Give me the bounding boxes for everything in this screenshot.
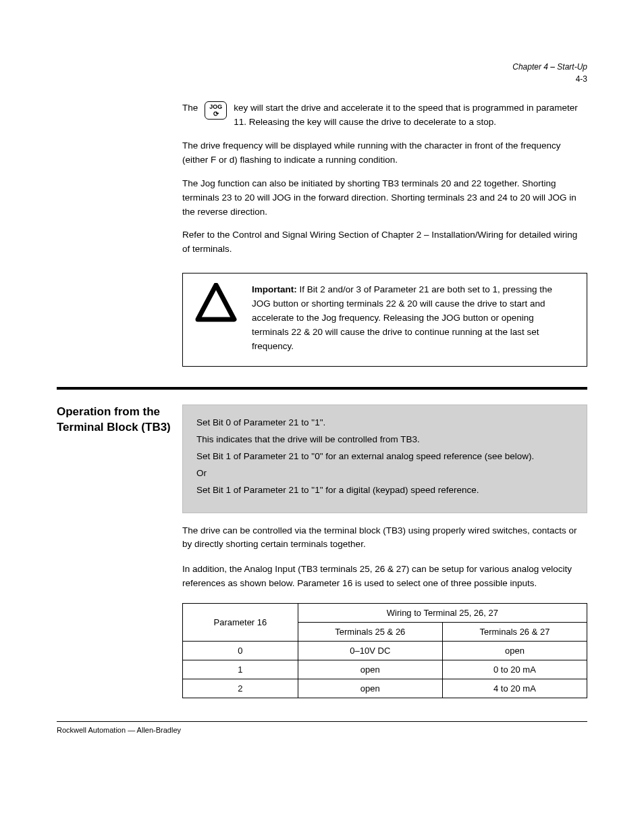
important-body: If Bit 2 and/or 3 of Parameter 21 are bo… bbox=[252, 284, 552, 351]
body-paragraph: In addition, the Analog Input (TB3 termi… bbox=[182, 563, 587, 591]
gray-line: Set Bit 0 of Parameter 21 to "1". bbox=[196, 416, 573, 430]
table-cell: 4 to 20 mA bbox=[442, 679, 587, 698]
gray-line: This indicates that the drive will be co… bbox=[196, 433, 573, 447]
jog-para-prefix: The bbox=[182, 101, 198, 115]
gray-line: Set Bit 1 of Parameter 21 to "1" for a d… bbox=[196, 484, 573, 498]
warning-triangle-icon bbox=[195, 283, 237, 322]
table-cell: open bbox=[442, 642, 587, 660]
jog-key-icon: JOG ⟳ bbox=[205, 101, 227, 120]
gray-line: Set Bit 1 of Parameter 21 to "0" for an … bbox=[196, 450, 573, 464]
page-footer: Rockwell Automation — Allen-Bradley bbox=[57, 721, 587, 734]
table-cell: 1 bbox=[183, 660, 298, 679]
table-cell: 0 to 20 mA bbox=[442, 660, 587, 679]
parameter-settings-box: Set Bit 0 of Parameter 21 to "1". This i… bbox=[182, 405, 587, 513]
section-divider bbox=[57, 387, 587, 390]
table-header: Wiring to Terminal 25, 26, 27 bbox=[298, 604, 587, 623]
body-paragraph: The drive frequency will be displayed wh… bbox=[182, 139, 587, 167]
jog-key-arrow-icon: ⟳ bbox=[209, 111, 222, 118]
body-paragraph: The drive can be controlled via the term… bbox=[182, 524, 587, 552]
table-row: 0 0–10V DC open bbox=[183, 642, 587, 660]
jog-paragraph: The JOG ⟳ key will start the drive and a… bbox=[182, 101, 587, 130]
jog-key-label: JOG bbox=[209, 104, 222, 110]
gray-line: Or bbox=[196, 467, 573, 481]
table-cell: 0–10V DC bbox=[298, 642, 442, 660]
table-subheader: Terminals 25 & 26 bbox=[298, 623, 442, 642]
table-cell: 0 bbox=[183, 642, 298, 660]
analog-input-table: Parameter 16 Wiring to Terminal 25, 26, … bbox=[182, 603, 587, 698]
footer-left: Rockwell Automation — Allen-Bradley bbox=[57, 726, 181, 734]
jog-para-text: key will start the drive and accelerate … bbox=[234, 101, 587, 130]
important-heading: Important: bbox=[252, 284, 297, 294]
table-subheader: Terminals 26 & 27 bbox=[442, 623, 587, 642]
important-callout: Important: If Bit 2 and/or 3 of Paramete… bbox=[182, 273, 587, 367]
body-paragraph: Refer to the Control and Signal Wiring S… bbox=[182, 228, 587, 257]
table-cell: 2 bbox=[183, 679, 298, 698]
table-cell: open bbox=[298, 679, 442, 698]
page-header: Chapter 4 – Start-Up 4-3 bbox=[512, 61, 587, 85]
chapter-title: Chapter 4 – Start-Up bbox=[512, 61, 587, 73]
section-heading: Operation from the Terminal Block (TB3) bbox=[57, 405, 182, 436]
table-header: Parameter 16 bbox=[183, 604, 298, 642]
page-number: 4-3 bbox=[512, 73, 587, 85]
table-row: 1 open 0 to 20 mA bbox=[183, 660, 587, 679]
table-cell: open bbox=[298, 660, 442, 679]
body-paragraph: The Jog function can also be initiated b… bbox=[182, 177, 587, 219]
table-row: 2 open 4 to 20 mA bbox=[183, 679, 587, 698]
